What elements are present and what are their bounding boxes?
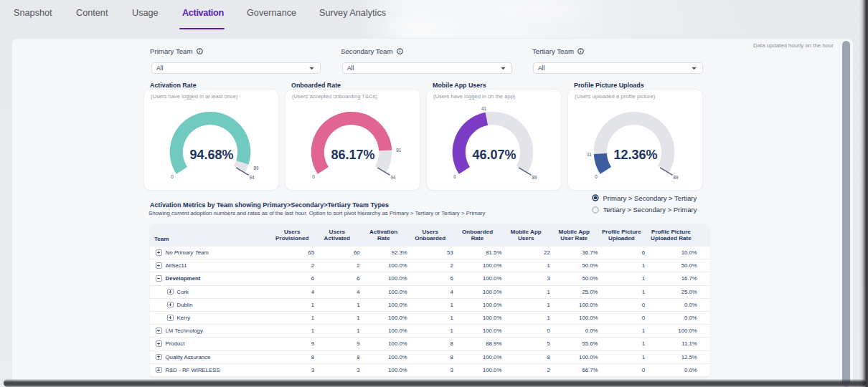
svg-text:89: 89 — [673, 175, 679, 180]
svg-text:81: 81 — [396, 148, 402, 153]
svg-text:0: 0 — [595, 174, 598, 179]
svg-text:11: 11 — [587, 152, 592, 157]
svg-text:0: 0 — [171, 174, 174, 179]
svg-text:94: 94 — [249, 175, 255, 180]
svg-text:86.17%: 86.17% — [331, 148, 374, 162]
svg-text:89: 89 — [253, 166, 259, 171]
svg-text:0: 0 — [453, 174, 456, 179]
svg-text:46.07%: 46.07% — [472, 148, 516, 162]
svg-text:41: 41 — [481, 106, 487, 111]
svg-text:0: 0 — [312, 174, 315, 179]
svg-text:94: 94 — [390, 175, 396, 180]
svg-text:12.36%: 12.36% — [613, 148, 657, 162]
svg-text:94.68%: 94.68% — [189, 148, 233, 162]
svg-text:89: 89 — [532, 175, 537, 180]
